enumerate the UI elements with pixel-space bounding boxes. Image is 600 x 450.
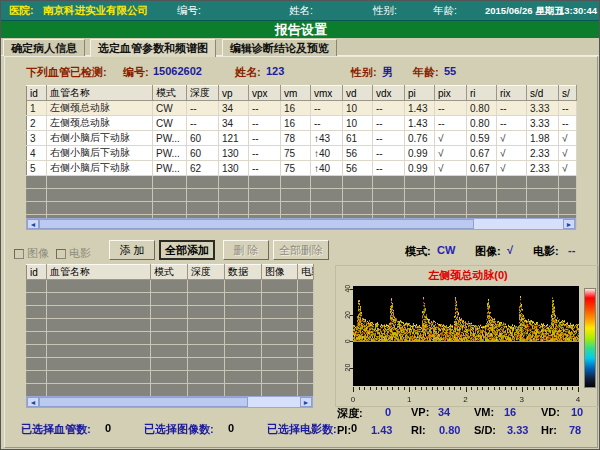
table-cell[interactable]: -- (559, 101, 577, 116)
table-cell[interactable]: 130 (219, 161, 249, 176)
table-cell[interactable]: 3.33 (527, 101, 559, 116)
table-cell[interactable]: 60 (187, 146, 219, 161)
table-cell[interactable]: -- (435, 101, 467, 116)
table-cell[interactable]: -- (559, 116, 577, 131)
table-cell[interactable]: -- (373, 146, 405, 161)
table-cell[interactable]: 75 (281, 161, 311, 176)
scrollbar-thumb[interactable] (39, 397, 248, 407)
checkbox-icon[interactable] (14, 249, 24, 259)
vessel-table-hscrollbar[interactable]: ◄ ► (26, 218, 576, 230)
table-cell[interactable]: 1.43 (405, 101, 435, 116)
table-cell[interactable]: 61 (343, 131, 373, 146)
table-cell[interactable]: -- (497, 116, 527, 131)
table-cell[interactable]: 右侧小脑后下动脉 (47, 161, 153, 176)
table-cell[interactable]: 0.76 (405, 131, 435, 146)
table-cell[interactable]: -- (311, 116, 343, 131)
table-cell[interactable]: 0.67 (467, 146, 497, 161)
scroll-right-arrow-icon[interactable]: ► (300, 397, 312, 407)
table-cell[interactable]: 56 (343, 161, 373, 176)
table-cell[interactable]: ↑43 (311, 131, 343, 146)
table-cell[interactable]: -- (249, 116, 281, 131)
table-row[interactable]: 4右侧小脑后下动脉PW...60130--75↑4056--0.99√0.67√… (27, 146, 577, 161)
table-cell[interactable]: 1.98 (527, 131, 559, 146)
table-cell[interactable]: √ (559, 146, 577, 161)
table-cell[interactable]: 78 (281, 131, 311, 146)
table-cell[interactable]: 0.59 (467, 131, 497, 146)
table-cell[interactable]: 3.33 (527, 116, 559, 131)
table-cell[interactable]: -- (373, 161, 405, 176)
table-cell[interactable]: 右侧小脑后下动脉 (47, 146, 153, 161)
table-cell[interactable]: -- (249, 161, 281, 176)
table-cell[interactable]: √ (559, 131, 577, 146)
table-cell[interactable]: 5 (27, 161, 47, 176)
detected-vessels-table[interactable]: id血管名称模式深度vpvpxvmvmxvdvdxpipixririxs/ds/… (26, 85, 577, 228)
table-cell[interactable]: √ (497, 146, 527, 161)
table-cell[interactable]: ↑40 (311, 161, 343, 176)
table-cell[interactable]: 2 (27, 116, 47, 131)
table-cell[interactable]: √ (497, 131, 527, 146)
movie-checkbox[interactable]: 电影 (56, 246, 91, 261)
table-cell[interactable]: 左侧颈总动脉 (47, 101, 153, 116)
table-cell[interactable]: -- (187, 101, 219, 116)
image-checkbox[interactable]: 图像 (14, 246, 49, 261)
table-cell[interactable]: 16 (281, 116, 311, 131)
table-cell[interactable]: -- (311, 101, 343, 116)
table-row[interactable]: 1左侧颈总动脉CW--34--16--10--1.43--0.80--3.33-… (27, 101, 577, 116)
table-cell[interactable]: 3 (27, 131, 47, 146)
table-cell[interactable]: 10 (343, 101, 373, 116)
table-cell[interactable]: -- (435, 116, 467, 131)
table-cell[interactable]: CW (153, 116, 187, 131)
table-cell[interactable]: 34 (219, 116, 249, 131)
table-cell[interactable]: √ (435, 146, 467, 161)
table-cell[interactable]: 4 (27, 146, 47, 161)
table-cell[interactable]: 130 (219, 146, 249, 161)
table-cell[interactable]: PW... (153, 146, 187, 161)
tab-edit-diagnosis[interactable]: 编辑诊断结论及预览 (222, 39, 337, 56)
table-cell[interactable]: 10 (343, 116, 373, 131)
add-all-button[interactable]: 全部添加 (159, 240, 215, 260)
table-cell[interactable]: 60 (187, 131, 219, 146)
table-cell[interactable]: 62 (187, 161, 219, 176)
tab-vessel-params[interactable]: 选定血管参数和频谱图 (90, 39, 216, 57)
scroll-left-arrow-icon[interactable]: ◄ (27, 397, 39, 407)
table-cell[interactable]: CW (153, 101, 187, 116)
table-cell[interactable]: ↑40 (311, 146, 343, 161)
table-cell[interactable]: 1.43 (405, 116, 435, 131)
table-cell[interactable]: -- (497, 101, 527, 116)
table-cell[interactable]: PW... (153, 161, 187, 176)
table-cell[interactable]: 0.99 (405, 146, 435, 161)
scroll-left-arrow-icon[interactable]: ◄ (27, 219, 39, 229)
table-cell[interactable]: 左侧颈总动脉 (47, 116, 153, 131)
scrollbar-track[interactable] (39, 397, 300, 407)
table-cell[interactable]: √ (497, 161, 527, 176)
checkbox-icon[interactable] (56, 249, 66, 259)
table-cell[interactable]: √ (559, 161, 577, 176)
table-cell[interactable]: 16 (281, 101, 311, 116)
table-cell[interactable]: -- (187, 116, 219, 131)
table-cell[interactable]: 2.33 (527, 161, 559, 176)
delete-button[interactable]: 删 除 (223, 240, 269, 260)
table-cell[interactable]: -- (373, 116, 405, 131)
scrollbar-track[interactable] (39, 219, 563, 229)
table-cell[interactable]: 56 (343, 146, 373, 161)
selected-table-hscrollbar[interactable]: ◄ ► (26, 396, 313, 408)
table-cell[interactable]: 0.80 (467, 101, 497, 116)
selected-vessels-table[interactable]: id血管名称模式深度数据图像电影 (26, 264, 314, 397)
table-cell[interactable]: 2.33 (527, 146, 559, 161)
table-cell[interactable]: 34 (219, 101, 249, 116)
table-cell[interactable]: 1 (27, 101, 47, 116)
table-cell[interactable]: -- (249, 101, 281, 116)
table-row[interactable]: 3右侧小脑后下动脉PW...60121--78↑4361--0.76√0.59√… (27, 131, 577, 146)
table-row[interactable]: 2左侧颈总动脉CW--34--16--10--1.43--0.80--3.33-… (27, 116, 577, 131)
table-cell[interactable]: 0.80 (467, 116, 497, 131)
table-cell[interactable]: 0.67 (467, 161, 497, 176)
delete-all-button[interactable]: 全部删除 (273, 240, 329, 260)
scrollbar-thumb[interactable] (39, 219, 474, 229)
scroll-right-arrow-icon[interactable]: ► (563, 219, 575, 229)
table-cell[interactable]: 75 (281, 146, 311, 161)
table-cell[interactable]: PW... (153, 131, 187, 146)
table-cell[interactable]: -- (249, 131, 281, 146)
table-cell[interactable]: √ (435, 131, 467, 146)
tab-patient-info[interactable]: 确定病人信息 (3, 39, 85, 56)
table-cell[interactable]: √ (435, 161, 467, 176)
